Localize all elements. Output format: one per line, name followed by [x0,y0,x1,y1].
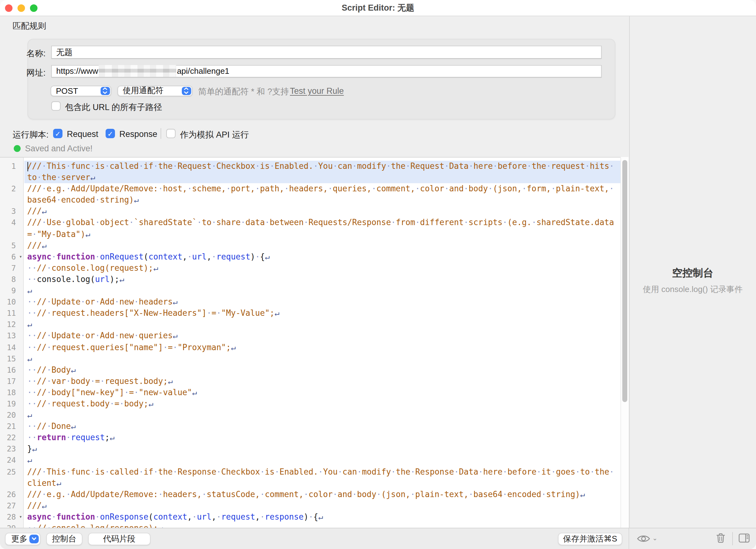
code-row[interactable]: ↵ [24,319,620,331]
code-row[interactable]: ↵ [24,410,620,421]
code-token: comment, [265,489,304,499]
code-token: request [551,161,585,171]
code-row[interactable]: ///↵ [24,500,620,512]
trash-icon[interactable] [716,532,725,546]
code-row[interactable]: ··//·var·body·=·request.body;↵ [24,376,620,387]
code-token: function [56,252,95,261]
test-your-rule-link[interactable]: Test your Rule [290,86,344,96]
code-row[interactable]: ↵ [24,353,620,364]
match-mode-select[interactable]: 使用通配符 [117,85,192,96]
code-row[interactable]: to·the·server↵ [24,172,620,183]
code-row[interactable]: ///·e.g.·Add/Update/Remove:·host,·scheme… [24,183,620,194]
chevron-down-icon[interactable]: ⌄ [652,535,658,542]
whitespace-dot: · [226,184,231,193]
code-row[interactable]: ↵ [24,455,620,466]
code-token: // [37,297,47,307]
gutter-line-number [0,477,23,489]
code-token: Done [52,422,71,431]
gutter-line-number [0,172,23,183]
console-button[interactable]: 控制台 [46,532,82,545]
name-input[interactable]: 无题 [51,46,602,58]
code-token: e.g. [47,184,66,193]
code-row[interactable]: base64·encoded·string)↵ [24,195,620,206]
code-snippets-button[interactable]: 代码片段 [88,532,150,545]
code-token: ) [304,512,309,522]
code-row[interactable]: ··//·request.queries["name"]·=·"Proxyman… [24,342,620,353]
code-token: if [144,161,153,171]
request-checkbox[interactable]: ✓ [53,129,62,138]
zoom-window-button[interactable] [30,4,37,12]
url-input[interactable]: https://wwwapi/challenge1 [51,65,602,77]
code-row[interactable]: ··//·Done↵ [24,421,620,432]
code-row[interactable]: ///·Use·global·object·`sharedState`·to·s… [24,217,620,228]
code-token: different [420,218,464,227]
mock-api-checkbox[interactable] [166,129,176,138]
code-row[interactable]: ··//·Update·or·Add·new·queries↵ [24,331,620,342]
code-token: onResponse [100,512,148,522]
code-row[interactable]: ··//·Body↵ [24,364,620,376]
gutter-line-number: 27 [0,500,23,512]
whitespace-dot: ·· [27,297,37,307]
code-token: Enabled. [279,467,318,476]
code-row[interactable]: =·"My-Data")↵ [24,228,620,240]
code-row[interactable]: }↵ [24,444,620,455]
toggle-sidebar-icon[interactable] [739,533,750,545]
editor-scrollbar-thumb[interactable] [622,160,627,402]
save-and-activate-button[interactable]: 保存并激活⌘S [558,532,622,545]
code-token: request [216,252,251,261]
fold-disclosure-icon[interactable]: ▾ [19,512,22,523]
code-row[interactable]: ///·This·func·is·called·if·the·Request·C… [24,161,620,172]
whitespace-dot: ·· [27,331,37,341]
close-window-button[interactable] [5,4,12,12]
code-token: // [37,342,47,352]
eye-icon[interactable] [637,534,650,546]
code-row[interactable]: ··//·console.log(request);↵ [24,262,620,274]
code-row[interactable]: ///·e.g.·Add/Update/Remove:·headers,·sta… [24,489,620,500]
newline-mark: ↵ [90,172,95,182]
code-row[interactable]: ··//·body["new-key"]·=·"new-value"↵ [24,387,620,398]
code-row[interactable]: ///·This·func·is·called·if·the·Response·… [24,466,620,477]
code-token: // [37,399,47,408]
code-token: is [95,467,105,476]
code-token: /// [27,184,42,193]
whitespace-dot: · [478,467,483,476]
console-empty-subtitle: 使用 console.log() 记录事件 [629,284,756,295]
gutter-line-number [0,228,23,240]
code-row[interactable]: ··//·request.body·=·body;↵ [24,398,620,410]
whitespace-dot: · [415,218,420,227]
code-row[interactable]: async·function·onResponse(context,·url,·… [24,512,620,523]
code-area[interactable]: ///·This·func·is·called·if·the·Request·C… [24,157,620,527]
code-row[interactable]: ↵ [24,285,620,297]
chevron-down-icon [29,534,38,543]
include-subpaths-checkbox[interactable] [51,101,61,111]
editor-scrollbar[interactable] [620,157,629,527]
code-row[interactable]: client↵ [24,477,620,489]
gutter-line-number: 29 [0,523,23,527]
whitespace-dot: ·· [27,263,37,272]
whitespace-dot: · [391,218,396,227]
whitespace-dot: · [211,252,216,261]
code-row[interactable]: ··console.log(url);↵ [24,274,620,285]
code-snippets-button-label: 代码片段 [103,533,136,545]
code-editor[interactable]: 123456▾789101112131415161718192021222324… [0,157,629,527]
minimize-window-button[interactable] [17,4,25,12]
newline-mark: ↵ [173,331,178,341]
toolbar-section-divider [629,528,629,549]
code-row[interactable]: ///↵ [24,206,620,217]
whitespace-dot: · [66,433,71,442]
code-row[interactable]: ··//·console.log(response);↵ [24,523,620,527]
code-row[interactable]: ··//·request.headers["X-New-Headers"]·=·… [24,308,620,319]
code-row[interactable]: async·function·onRequest(context,·url,·r… [24,251,620,262]
code-token: host, [163,184,187,193]
fold-disclosure-icon[interactable]: ▾ [19,251,22,262]
response-checkbox[interactable]: ✓ [106,129,115,138]
method-select[interactable]: POST [50,85,111,96]
code-token: is [265,467,275,476]
gutter-line-number: 5 [0,240,23,251]
more-button[interactable]: 更多 [5,532,41,545]
code-token: This [47,467,66,476]
whitespace-dot: · [527,161,532,171]
code-row[interactable]: ··//·Update·or·Add·new·headers↵ [24,297,620,308]
code-row[interactable]: ··return·request;↵ [24,432,620,444]
code-row[interactable]: ///↵ [24,240,620,251]
